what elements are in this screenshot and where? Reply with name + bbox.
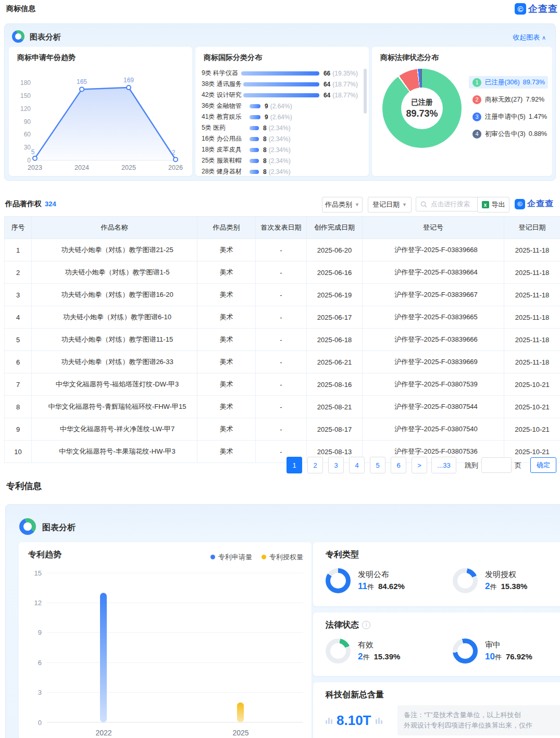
table-row: 2功夫链小炮拳（对练）教学图谱1-5美术-2025-06-16沪作登字-2025… [5,261,560,284]
chevron-up-icon: ∧ [542,34,546,41]
legend-rank-icon: 3 [472,112,481,121]
export-button[interactable]: x导出 [477,197,509,212]
jump-page-input[interactable] [481,457,512,473]
patent-analysis-card: 图表分析 专利趋势 专利申请量 专利授权量 [5,504,560,738]
category-filter-button[interactable]: 作品类别▼ [322,197,363,212]
trademark-trend-panel: 商标申请年份趋势 180 150 120 90 [9,47,192,176]
page-button-4[interactable]: 4 [349,457,365,473]
chevron-down-icon: ▼ [402,202,407,207]
legend-rank-icon: 1 [472,78,481,87]
donut-pending [453,639,478,664]
search-input[interactable] [430,200,474,208]
legend-rank-icon: 4 [472,130,481,139]
qcc-logo-text: 企查查 [528,3,558,15]
patent-legal-pending: 审中 10件76.92% [453,639,532,664]
legend-item-grants[interactable]: 专利授权量 [262,553,303,562]
svg-text:90: 90 [24,118,31,126]
donut-invention-published [326,568,351,593]
patent-type-title: 专利类型 [326,549,359,560]
table-row: 4功夫链小炮拳（对练）教学图谱6-10美术-2025-06-17沪作登字-202… [5,306,560,329]
class-bar-row: 5类 医药8(2.34%) [202,122,358,133]
legend-item-registered[interactable]: 1 已注册(306) 89.73% [469,76,548,89]
bar [250,148,259,152]
svg-text:12: 12 [34,599,42,607]
trademark-class-panel: 商标国际分类分布 9类 科学仪器66(19.35%) 38类 通讯服务64(18… [195,47,369,176]
qcc-logo: © 企查查 [515,3,558,15]
class-bar-row: 16类 办公用品8(2.34%) [202,133,358,144]
patent-trend-panel: 专利趋势 专利申请量 专利授权量 [19,542,312,738]
trend-chart-title: 商标申请年份趋势 [17,53,76,62]
bar [241,71,319,76]
svg-text:60: 60 [24,131,31,138]
bars-icon [326,718,332,724]
bar [250,104,260,108]
svg-text:165: 165 [77,78,87,85]
table-row: 5功夫链小炮拳（对练）教学图谱11-15美术-2025-06-18沪作登字-20… [5,329,560,351]
page-button-1[interactable]: 1 [287,457,302,473]
svg-text:180: 180 [20,79,31,86]
class-bar-row: 9类 科学仪器66(19.35%) [202,68,358,79]
excel-icon: x [482,201,489,208]
trademark-status-donut: 已注册 89.73% [382,69,462,148]
svg-text:169: 169 [123,77,134,84]
patent-type-invention-granted: 发明授权 2件15.38% [453,568,527,593]
bars-icon [376,718,382,724]
legend-item-invalid[interactable]: 2 商标无效(27) 7.92% [469,93,548,106]
trademark-trend-line-chart: 180 150 120 90 60 30 0 2023 2024 2025 20… [11,66,189,173]
legend-item-applying[interactable]: 3 注册申请中(5) 1.47% [469,110,548,123]
class-bar-row: 28类 健身器材8(2.34%) [202,166,358,177]
copyright-table: 序号 作品名称 作品类别 首次发表日期 创作完成日期 登记号 登记日期 1功夫链… [4,216,560,463]
table-row: 3功夫链小炮拳（对练）教学图谱16-20美术-2025-06-19沪作登字-20… [5,284,560,306]
copyright-count: 324 [45,200,56,208]
bar [250,126,259,130]
bar [243,82,319,86]
svg-text:5: 5 [31,148,35,156]
info-icon[interactable]: i [362,621,370,629]
qcc-logo-icon: © [515,199,525,209]
next-page-button[interactable]: > [412,457,427,473]
qcc-logo-icon: © [515,3,526,15]
table-header-row: 序号 作品名称 作品类别 首次发表日期 创作完成日期 登记号 登记日期 [5,217,560,239]
panel-scrollbar[interactable] [364,69,367,114]
confirm-jump-button[interactable]: 确定 [530,457,556,473]
patent-type-invention-published: 发明公布 11件84.62% [326,568,405,593]
page: 商标信息 © 企查查 图表分析 收起图表 ∧ 商标申请年份趋势 [0,0,560,738]
chart-analysis-icon [19,518,36,535]
patent-tech-panel: 科技创新总含量 8.10T 备注：“T”是技术含量单位，以上科技创 外观设计专利… [313,682,560,738]
search-box[interactable] [416,197,479,211]
patent-trend-legend: 专利申请量 专利授权量 [210,553,303,562]
tech-total-title: 科技创新总含量 [326,690,384,701]
qcc-logo-text: 企查查 [527,198,554,209]
page-button-6[interactable]: 6 [391,457,406,473]
status-chart-title: 商标法律状态分布 [380,53,439,62]
class-bar-row: 36类 金融物管9(2.64%) [202,101,358,111]
svg-text:3: 3 [38,689,42,696]
search-icon [420,201,427,208]
patent-trend-title: 专利趋势 [28,549,61,560]
svg-text:120: 120 [20,105,31,112]
svg-text:0: 0 [38,719,42,727]
page-button-5[interactable]: 5 [370,457,385,473]
last-page-button[interactable]: ...33 [431,457,456,473]
patent-section-title: 专利信息 [6,480,42,492]
donut-center-label: 已注册 89.73% [382,69,462,148]
date-filter-button[interactable]: 登记日期▼ [368,197,412,212]
class-bar-row: 42类 设计研究64(18.77%) [202,90,358,101]
page-button-2[interactable]: 2 [307,457,323,473]
svg-text:2026: 2026 [168,164,183,171]
page-button-3[interactable]: 3 [328,457,344,473]
bar [243,93,319,97]
legend-item-applications[interactable]: 专利申请量 [210,553,252,562]
trademark-section-title: 商标信息 [6,4,35,14]
legend-dot-blue [210,555,215,559]
bar [250,159,259,163]
legend-item-preliminary[interactable]: 4 初审公告中(3) 0.88% [469,128,548,140]
bar [250,137,259,141]
patent-legal-panel: 法律状态i 有效 2件15.39% 审中 10件76.92% [313,612,560,676]
patent-legal-valid: 有效 2件15.39% [326,639,400,664]
collapse-charts-link[interactable]: 收起图表 ∧ [513,33,546,42]
analysis-card-title: 图表分析 [30,32,61,42]
svg-text:2025: 2025 [232,729,248,737]
chart-analysis-icon [12,30,24,43]
donut-invention-granted [453,568,478,593]
